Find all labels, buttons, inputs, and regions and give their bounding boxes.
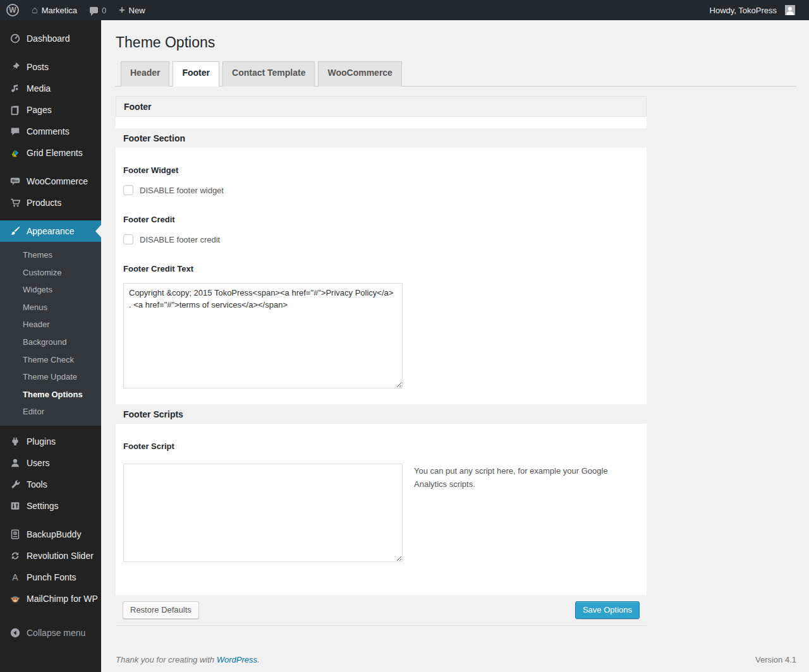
pushpin-icon [9, 61, 21, 73]
submenu-item-menus[interactable]: Menus [0, 299, 101, 316]
collapse-menu-label: Collapse menu [27, 628, 85, 638]
collapse-menu-button[interactable]: Collapse menu [0, 622, 101, 644]
sidebar-item-label: Products [27, 198, 61, 208]
sidebar-item-grid-elements[interactable]: Grid Elements [0, 142, 101, 164]
panel-header: Footer [116, 96, 647, 117]
sidebar-item-label: Pages [27, 105, 52, 115]
admin-footer: Thank you for creating with WordPress. V… [116, 655, 796, 664]
avatar [785, 5, 795, 15]
dashboard-icon [9, 32, 21, 45]
submenu-item-widgets[interactable]: Widgets [0, 281, 101, 299]
sidebar-item-label: Appearance [27, 226, 75, 236]
sidebar-item-settings[interactable]: Settings [0, 495, 101, 517]
wordpress-link[interactable]: WordPress [217, 655, 257, 664]
revolution-slider-icon [9, 549, 21, 562]
sidebar-item-label: Revolution Slider [27, 551, 94, 561]
sidebar-item-label: Posts [27, 62, 49, 72]
footer-thanks-text: Thank you for creating with [116, 655, 214, 664]
save-options-button[interactable]: Save Options [575, 601, 640, 619]
footer-widget-label: Footer Widget [123, 148, 639, 175]
new-content-menu[interactable]: + New [113, 0, 151, 20]
sidebar-item-revolution-slider[interactable]: Revolution Slider [0, 545, 101, 567]
sidebar-item-punch-fonts[interactable]: A Punch Fonts [0, 567, 101, 588]
wordpress-logo-icon: W [6, 4, 19, 16]
submenu-item-themes[interactable]: Themes [0, 246, 101, 264]
backupbuddy-icon [9, 528, 21, 541]
sidebar-item-mailchimp[interactable]: MailChimp for WP [0, 588, 101, 609]
sidebar-item-label: Punch Fonts [27, 572, 76, 582]
plugin-icon [9, 435, 21, 448]
woocommerce-icon: Woo [9, 175, 21, 188]
comments-link[interactable]: 0 [83, 0, 113, 20]
section-footer-scripts: Footer Scripts [116, 404, 647, 424]
sidebar-item-appearance[interactable]: Appearance [0, 220, 101, 242]
site-name-label: Marketica [42, 6, 77, 15]
content-area: Theme Options Header Footer Contact Temp… [101, 20, 809, 672]
sidebar-item-label: Media [27, 83, 51, 93]
sidebar-item-pages[interactable]: Pages [0, 99, 101, 121]
tab-footer[interactable]: Footer [173, 61, 219, 87]
disable-footer-credit-checkbox[interactable] [123, 234, 133, 244]
page-title: Theme Options [116, 33, 796, 52]
footer-script-label: Footer Script [123, 424, 639, 451]
plus-icon: + [119, 5, 125, 15]
submenu-item-customize[interactable]: Customize [0, 264, 101, 282]
sidebar-item-comments[interactable]: Comments [0, 121, 101, 142]
submenu-item-theme-check[interactable]: Theme Check [0, 351, 101, 369]
submenu-item-theme-options[interactable]: Theme Options [0, 386, 101, 404]
sidebar-item-dashboard[interactable]: Dashboard [0, 28, 101, 49]
sidebar-item-tools[interactable]: Tools [0, 474, 101, 495]
my-account-menu[interactable]: Howdy, TokoPress [703, 0, 801, 20]
disable-footer-widget-text[interactable]: DISABLE footer widget [140, 186, 224, 195]
comment-bubble-icon [90, 7, 98, 13]
footer-period: . [257, 655, 260, 664]
media-icon [9, 82, 21, 95]
sidebar-item-label: Grid Elements [27, 148, 83, 158]
submenu-item-background[interactable]: Background [0, 333, 101, 351]
footer-script-textarea[interactable] [123, 464, 403, 562]
sidebar-item-products[interactable]: Products [0, 192, 101, 213]
pages-icon [9, 104, 21, 116]
punch-fonts-icon: A [9, 571, 21, 584]
submenu-item-editor[interactable]: Editor [0, 403, 101, 421]
appearance-brush-icon [9, 225, 21, 237]
submenu-item-theme-update[interactable]: Theme Update [0, 368, 101, 386]
mailchimp-monkey-icon [9, 592, 21, 605]
footer-options-panel: Footer Footer Section Footer Widget DISA… [116, 96, 647, 626]
sidebar-item-media[interactable]: Media [0, 78, 101, 99]
sidebar-item-woocommerce[interactable]: Woo WooCommerce [0, 171, 101, 192]
cart-icon [9, 196, 21, 209]
restore-defaults-button[interactable]: Restore Defaults [123, 601, 199, 619]
submenu-item-header[interactable]: Header [0, 316, 101, 333]
footer-credit-text-textarea[interactable]: Copyright &copy; 2015 TokoPress<span><a … [123, 283, 403, 388]
home-icon: ⌂ [32, 5, 38, 15]
howdy-label: Howdy, TokoPress [710, 6, 777, 15]
sidebar-item-plugins[interactable]: Plugins [0, 431, 101, 452]
grid-elements-icon [9, 147, 21, 159]
site-name-link[interactable]: ⌂ Marketica [25, 0, 83, 20]
current-menu-arrow [95, 225, 101, 237]
sidebar-item-users[interactable]: Users [0, 452, 101, 474]
comment-count: 0 [102, 6, 106, 15]
wordpress-menu[interactable]: W [0, 0, 25, 20]
comments-icon [9, 125, 21, 138]
tab-contact-template[interactable]: Contact Template [222, 61, 315, 87]
sidebar-item-label: Plugins [27, 436, 56, 447]
sidebar-item-label: Comments [27, 126, 70, 136]
footer-credit-label: Footer Credit [123, 195, 639, 224]
panel-body: Footer Section Footer Widget DISABLE foo… [116, 117, 647, 595]
panel-footer: Restore Defaults Save Options [116, 595, 647, 626]
sidebar-item-backupbuddy[interactable]: BackupBuddy [0, 524, 101, 545]
sidebar-item-posts[interactable]: Posts [0, 56, 101, 78]
tab-header[interactable]: Header [121, 61, 169, 87]
footer-thanks: Thank you for creating with WordPress. [116, 655, 260, 664]
disable-footer-credit-text[interactable]: DISABLE footer credit [140, 235, 220, 244]
footer-credit-text-label: Footer Credit Text [123, 244, 639, 273]
user-icon [9, 457, 21, 469]
svg-text:Woo: Woo [12, 179, 19, 183]
sidebar-item-label: Settings [27, 501, 59, 511]
tab-woocommerce[interactable]: WooCommerce [318, 61, 401, 87]
disable-footer-widget-checkbox[interactable] [123, 185, 133, 195]
new-label: New [129, 6, 145, 15]
section-footer-section: Footer Section [116, 128, 647, 148]
